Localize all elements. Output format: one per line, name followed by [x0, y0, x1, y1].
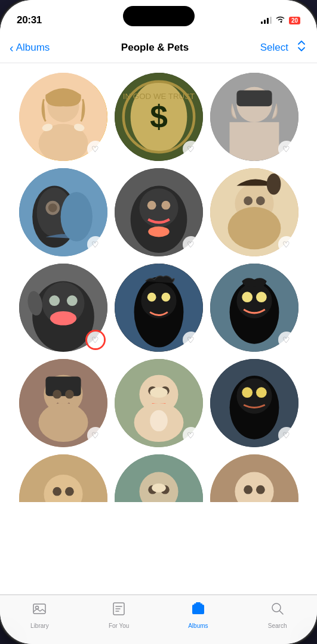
heart-button[interactable]: ♡: [278, 427, 295, 444]
heart-button-highlighted[interactable]: ♡: [87, 332, 104, 348]
back-chevron-icon: ‹: [10, 42, 14, 54]
grid-row-2: ♡ ♡: [10, 168, 307, 256]
phone-screen: 20:31 20: [0, 0, 317, 644]
battery-badge: 20: [289, 17, 300, 24]
heart-button[interactable]: ♡: [278, 141, 295, 157]
back-button[interactable]: ‹ Albums: [10, 42, 50, 54]
svg-rect-84: [33, 604, 45, 614]
sort-icon[interactable]: [296, 40, 307, 55]
svg-rect-13: [236, 91, 272, 107]
svg-text:$: $: [150, 99, 168, 134]
tab-search-label: Search: [268, 623, 287, 629]
svg-point-67: [256, 387, 266, 398]
person-item[interactable]: ♡: [115, 359, 203, 447]
heart-button[interactable]: ♡: [278, 236, 295, 253]
person-item-partial[interactable]: [210, 454, 298, 502]
svg-point-43: [161, 293, 170, 302]
person-item[interactable]: ♡: [210, 359, 298, 447]
svg-point-30: [256, 196, 264, 205]
svg-point-25: [148, 227, 170, 237]
svg-point-71: [64, 487, 73, 496]
albums-icon: [190, 601, 206, 620]
search-icon: [270, 601, 285, 620]
heart-button[interactable]: ♡: [278, 332, 295, 348]
svg-point-42: [147, 293, 156, 302]
person-item[interactable]: ♡: [115, 264, 203, 352]
svg-point-81: [244, 485, 253, 494]
person-item[interactable]: ♡: [115, 168, 203, 256]
svg-point-60: [150, 387, 168, 398]
person-item-partial[interactable]: [115, 454, 203, 502]
svg-point-47: [242, 292, 253, 302]
grid-row-1: ♡ $ IN GOD WE TRUST ♡: [10, 73, 307, 161]
tab-albums-label: Albums: [188, 623, 208, 629]
grid-row-4: ♡ ♡: [10, 359, 307, 447]
svg-point-31: [227, 207, 281, 249]
svg-point-18: [48, 203, 57, 212]
tab-search[interactable]: Search: [238, 601, 317, 629]
svg-point-53: [64, 390, 73, 399]
people-grid: ♡ $ IN GOD WE TRUST ♡: [0, 63, 317, 595]
svg-point-52: [53, 390, 61, 399]
person-item[interactable]: ♡: [19, 359, 107, 447]
svg-rect-87: [192, 605, 204, 614]
svg-point-29: [244, 196, 253, 205]
svg-point-41: [141, 283, 176, 318]
person-item[interactable]: ♡: [19, 73, 107, 161]
person-circle: [115, 454, 203, 502]
svg-point-24: [161, 201, 170, 210]
svg-rect-12: [229, 122, 279, 161]
heart-button[interactable]: ♡: [87, 236, 104, 253]
page-title: People & Pets: [121, 42, 189, 54]
svg-rect-88: [194, 603, 202, 605]
back-label: Albums: [16, 42, 50, 54]
grid-row-3: ♡ ♡: [10, 264, 307, 352]
svg-rect-51: [45, 377, 81, 397]
svg-point-28: [266, 174, 281, 195]
heart-button[interactable]: ♡: [183, 141, 199, 157]
nav-bar: ‹ Albums People & Pets Select: [0, 32, 317, 63]
tab-for-you[interactable]: For You: [79, 601, 159, 629]
svg-point-23: [147, 201, 156, 210]
wifi-icon: [275, 16, 285, 25]
heart-button[interactable]: ♡: [87, 427, 104, 444]
status-icons: 20: [261, 16, 300, 25]
for-you-icon: [111, 601, 127, 620]
person-item-partial[interactable]: [19, 454, 107, 502]
svg-point-36: [66, 295, 77, 306]
heart-button[interactable]: ♡: [183, 332, 199, 348]
tab-library-label: Library: [30, 623, 49, 629]
svg-point-54: [38, 403, 88, 442]
svg-point-19: [60, 192, 92, 242]
tab-bar: Library For You: [0, 595, 317, 644]
tab-albums[interactable]: Albums: [159, 601, 238, 629]
person-circle: [19, 454, 107, 502]
person-item[interactable]: ♡: [19, 168, 107, 256]
person-item[interactable]: ♡: [210, 168, 298, 256]
svg-point-90: [272, 603, 281, 612]
svg-point-35: [49, 295, 60, 306]
status-time: 20:31: [17, 14, 42, 26]
heart-button[interactable]: ♡: [183, 427, 199, 444]
svg-point-77: [152, 484, 166, 493]
signal-icon: [261, 17, 272, 24]
grid-row-partial: [10, 454, 307, 502]
person-item[interactable]: ♡: [210, 264, 298, 352]
library-icon: [32, 601, 47, 620]
tab-library[interactable]: Library: [0, 601, 79, 629]
nav-actions: Select: [260, 40, 307, 55]
person-item[interactable]: ♡: [210, 73, 298, 161]
heart-button[interactable]: ♡: [87, 141, 104, 157]
svg-point-48: [256, 292, 266, 302]
person-item[interactable]: $ IN GOD WE TRUST ♡: [115, 73, 203, 161]
phone-frame: 20:31 20: [0, 0, 317, 644]
person-circle: [210, 454, 298, 502]
heart-button[interactable]: ♡: [183, 236, 199, 253]
svg-point-62: [150, 410, 168, 432]
tab-for-you-label: For You: [109, 623, 129, 629]
svg-point-82: [256, 485, 264, 494]
select-button[interactable]: Select: [260, 42, 288, 54]
person-item[interactable]: ♡: [19, 264, 107, 352]
svg-point-66: [242, 387, 253, 398]
svg-rect-89: [196, 602, 201, 603]
